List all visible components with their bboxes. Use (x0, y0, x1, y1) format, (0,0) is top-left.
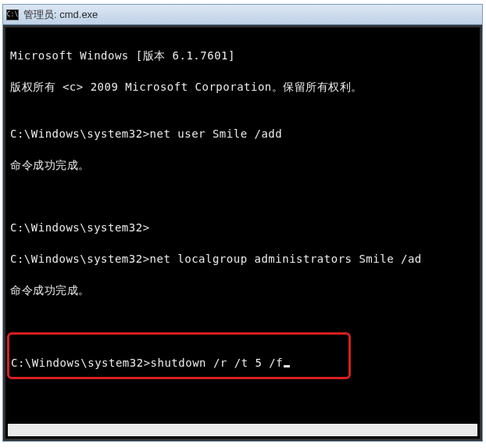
output-line: 命令成功完成。 (10, 157, 478, 173)
output-line: 命令成功完成。 (10, 282, 478, 298)
output-line: Microsoft Windows [版本 6.1.7601] (10, 48, 478, 63)
window-title: 管理员: cmd.exe (23, 8, 98, 22)
cmd-icon: C:\ (6, 9, 19, 20)
prompt-line: C:\Windows\system32>net localgroup admin… (10, 251, 478, 267)
cmd-window: C:\ 管理员: cmd.exe Microsoft Windows [版本 6… (2, 4, 483, 442)
text-cursor (284, 365, 290, 367)
terminal-area[interactable]: Microsoft Windows [版本 6.1.7601] 版权所有 <c>… (3, 25, 482, 441)
prompt-line: C:\Windows\system32> (10, 220, 478, 235)
horizontal-scrollbar[interactable] (8, 424, 477, 436)
highlighted-command-box: C:\Windows\system32>shutdown /r /t 5 /f (7, 332, 351, 379)
window-titlebar[interactable]: C:\ 管理员: cmd.exe (3, 5, 482, 25)
output-line: 版权所有 <c> 2009 Microsoft Corporation。保留所有… (10, 79, 478, 95)
prompt-line: C:\Windows\system32>net user Smile /add (10, 126, 478, 142)
current-prompt-line: C:\Windows\system32>shutdown /r /t 5 /f (11, 357, 283, 369)
